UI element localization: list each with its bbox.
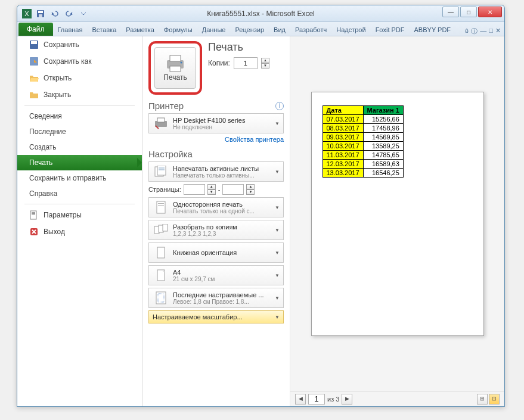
print-button[interactable]: Печать: [154, 47, 196, 89]
page-to-input[interactable]: [222, 184, 244, 195]
redo-button[interactable]: [63, 7, 76, 20]
copies-down-button[interactable]: ▼: [261, 63, 269, 69]
tab-data[interactable]: Данные: [197, 24, 231, 36]
backstage-nav: Сохранить Сохранить как Открыть Закрыть …: [17, 36, 142, 406]
tab-file[interactable]: Файл: [18, 23, 53, 36]
backstage: Сохранить Сохранить как Открыть Закрыть …: [17, 36, 504, 406]
mdi-close-button[interactable]: ✕: [495, 27, 501, 36]
open-icon: [29, 73, 39, 83]
page-from-input[interactable]: [184, 184, 205, 195]
nav-recent-label: Последние: [29, 127, 66, 136]
maximize-button[interactable]: □: [460, 7, 477, 17]
nav-send[interactable]: Сохранить и отправить: [17, 170, 142, 186]
collate-select[interactable]: Разобрать по копиям 1,2,3 1,2,3 1,2,3 ▼: [148, 220, 284, 240]
up-button[interactable]: ▲: [207, 184, 216, 189]
svg-rect-10: [32, 213, 35, 214]
page-size-icon: [153, 268, 169, 282]
nav-saveas[interactable]: Сохранить как: [17, 53, 142, 70]
mdi-minimize-button[interactable]: —: [480, 27, 486, 36]
printer-section-label: Принтер: [148, 101, 184, 111]
nav-new[interactable]: Создать: [17, 139, 142, 155]
down-button[interactable]: ▼: [246, 189, 255, 195]
close-button[interactable]: ✕: [478, 7, 502, 17]
nav-close-label: Закрыть: [44, 91, 71, 99]
margins-icon: [153, 291, 169, 305]
copies-input[interactable]: [234, 57, 258, 69]
nav-options[interactable]: Параметры: [17, 207, 142, 223]
qat-customize-button[interactable]: [77, 7, 90, 20]
tab-abbyy[interactable]: ABBYY PDF: [410, 24, 456, 36]
table-row: 12.03.201716589,63: [323, 159, 403, 168]
svg-rect-29: [157, 247, 165, 258]
chevron-down-icon: ▼: [275, 205, 280, 210]
page-number-input[interactable]: [308, 394, 325, 405]
tab-layout[interactable]: Разметка: [121, 24, 159, 36]
nav-options-label: Параметры: [44, 211, 82, 219]
print-what-select[interactable]: Напечатать активные листы Напечатать тол…: [148, 161, 284, 182]
tab-review[interactable]: Рецензир: [230, 24, 269, 36]
nav-info[interactable]: Сведения: [17, 108, 142, 124]
help-button[interactable]: ⓘ: [471, 27, 478, 36]
up-button[interactable]: ▲: [246, 184, 255, 189]
prev-page-button[interactable]: ◀: [295, 394, 306, 405]
chevron-down-icon: ▼: [275, 121, 280, 126]
tab-foxit[interactable]: Foxit PDF: [371, 24, 410, 36]
svg-rect-6: [31, 41, 37, 44]
page-to-spinner: ▲▼: [246, 184, 255, 195]
down-button[interactable]: ▼: [207, 189, 216, 195]
exit-icon: [29, 227, 39, 237]
svg-rect-25: [158, 205, 164, 206]
nav-open[interactable]: Открыть: [17, 70, 142, 86]
tab-insert[interactable]: Вставка: [87, 24, 121, 36]
chevron-down-icon: ▼: [275, 250, 280, 256]
tab-view[interactable]: Вид: [269, 24, 290, 36]
nav-close[interactable]: Закрыть: [17, 86, 142, 103]
nav-recent[interactable]: Последние: [17, 124, 142, 139]
titlebar: X Книга55551.xlsx - Microsoft Excel — □ …: [17, 5, 504, 22]
svg-rect-15: [170, 66, 181, 71]
tab-formulas[interactable]: Формулы: [159, 24, 197, 36]
margins-select[interactable]: Последние настраиваемые ... Левое: 1,8 с…: [148, 288, 284, 308]
nav-print[interactable]: Печать: [17, 155, 142, 170]
nav-help[interactable]: Справка: [17, 186, 142, 201]
printer-properties-link[interactable]: Свойства принтера: [148, 136, 284, 143]
copies-up-button[interactable]: ▲: [261, 58, 269, 63]
collate-icon: [153, 223, 169, 237]
printer-select[interactable]: HP Deskjet F4100 series Не подключен ▼: [148, 113, 284, 133]
tab-developer[interactable]: Разработч: [290, 24, 331, 36]
ribbon-minimize-button[interactable]: ۵: [465, 27, 469, 36]
options-icon: [29, 210, 39, 220]
table-row: 11.03.201714785,65: [323, 150, 403, 159]
app-window: X Книга55551.xlsx - Microsoft Excel — □ …: [17, 5, 505, 407]
print-button-highlight: Печать: [148, 41, 202, 95]
sheets-icon: [153, 164, 169, 179]
close-file-icon: [29, 90, 39, 99]
nav-save[interactable]: Сохранить: [17, 36, 142, 53]
nav-exit[interactable]: Выход: [17, 223, 142, 240]
chevron-down-icon: ▼: [275, 315, 280, 320]
header-date: Дата: [323, 105, 363, 114]
tab-home[interactable]: Главная: [53, 24, 88, 36]
printer-icon: [165, 54, 186, 72]
mdi-restore-button[interactable]: □: [489, 27, 493, 36]
print-section-header: Печать: [208, 41, 284, 54]
excel-icon: X: [22, 9, 32, 18]
table-header-row: Дата Магазин 1: [323, 105, 403, 114]
show-margins-button[interactable]: ⊞: [477, 394, 488, 405]
orientation-select[interactable]: Книжная ориентация ▼: [148, 242, 284, 263]
tab-addins[interactable]: Надстрой: [331, 24, 370, 36]
print-settings-panel: Печать Печать Копии: ▲ ▼ При: [142, 36, 290, 406]
print-what-sub: Напечатать только активны...: [173, 172, 271, 179]
paper-size-select[interactable]: A4 21 см x 29,7 см ▼: [148, 265, 284, 285]
printer-info-button[interactable]: i: [275, 102, 284, 110]
next-page-button[interactable]: ▶: [342, 394, 352, 405]
duplex-select[interactable]: Односторонняя печать Печатать только на …: [148, 197, 284, 217]
save-button[interactable]: [34, 7, 47, 20]
undo-button[interactable]: [48, 7, 61, 20]
page-icon: [153, 200, 169, 214]
nav-help-label: Справка: [29, 189, 57, 198]
scaling-select[interactable]: Настраиваемое масштабир... ▼: [148, 310, 284, 323]
chevron-down-icon: ▼: [275, 228, 280, 233]
zoom-to-page-button[interactable]: ⊡: [489, 394, 500, 405]
minimize-button[interactable]: —: [442, 7, 459, 17]
